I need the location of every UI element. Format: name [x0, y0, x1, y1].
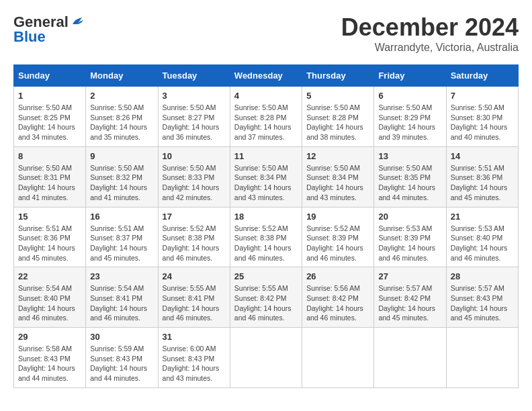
- logo-bird-icon: [70, 15, 85, 30]
- table-row: [446, 328, 518, 388]
- table-row: 7Sunrise: 5:50 AM Sunset: 8:30 PM Daylig…: [446, 87, 518, 147]
- header-saturday: Saturday: [446, 65, 518, 87]
- day-number: 5: [306, 91, 369, 101]
- day-info: Sunrise: 5:54 AM Sunset: 8:40 PM Dayligh…: [18, 283, 81, 323]
- table-row: [302, 328, 374, 388]
- table-row: 22Sunrise: 5:54 AM Sunset: 8:40 PM Dayli…: [14, 267, 86, 328]
- location: Warrandyte, Victoria, Australia: [341, 42, 519, 54]
- day-info: Sunrise: 5:55 AM Sunset: 8:42 PM Dayligh…: [234, 283, 298, 323]
- day-number: 28: [451, 271, 514, 281]
- day-info: Sunrise: 5:50 AM Sunset: 8:28 PM Dayligh…: [306, 103, 369, 142]
- day-number: 8: [18, 151, 81, 161]
- table-row: 1Sunrise: 5:50 AM Sunset: 8:25 PM Daylig…: [14, 87, 86, 147]
- table-row: 16Sunrise: 5:51 AM Sunset: 8:37 PM Dayli…: [86, 207, 158, 267]
- month-title: December 2024: [341, 13, 519, 42]
- header-tuesday: Tuesday: [158, 65, 230, 87]
- day-info: Sunrise: 5:57 AM Sunset: 8:42 PM Dayligh…: [378, 283, 441, 323]
- table-row: 17Sunrise: 5:52 AM Sunset: 8:38 PM Dayli…: [158, 207, 230, 267]
- header-sunday: Sunday: [14, 65, 86, 87]
- calendar-week-row: 15Sunrise: 5:51 AM Sunset: 8:36 PM Dayli…: [14, 207, 519, 267]
- table-row: 24Sunrise: 5:55 AM Sunset: 8:41 PM Dayli…: [158, 267, 230, 328]
- day-number: 18: [234, 212, 298, 222]
- day-number: 24: [163, 271, 226, 281]
- day-info: Sunrise: 5:51 AM Sunset: 8:36 PM Dayligh…: [451, 163, 514, 203]
- header-friday: Friday: [374, 65, 446, 87]
- day-info: Sunrise: 5:51 AM Sunset: 8:36 PM Dayligh…: [18, 224, 81, 263]
- table-row: 13Sunrise: 5:50 AM Sunset: 8:35 PM Dayli…: [374, 146, 446, 207]
- table-row: 12Sunrise: 5:50 AM Sunset: 8:34 PM Dayli…: [302, 146, 374, 207]
- table-row: [374, 328, 446, 388]
- day-info: Sunrise: 5:50 AM Sunset: 8:31 PM Dayligh…: [18, 163, 81, 203]
- table-row: 28Sunrise: 5:57 AM Sunset: 8:43 PM Dayli…: [446, 267, 518, 328]
- day-number: 1: [18, 91, 81, 101]
- day-info: Sunrise: 5:54 AM Sunset: 8:41 PM Dayligh…: [90, 283, 153, 323]
- table-row: 14Sunrise: 5:51 AM Sunset: 8:36 PM Dayli…: [446, 146, 518, 207]
- table-row: 19Sunrise: 5:52 AM Sunset: 8:39 PM Dayli…: [302, 207, 374, 267]
- logo-blue: Blue: [13, 28, 46, 46]
- day-number: 26: [306, 271, 369, 281]
- header-thursday: Thursday: [302, 65, 374, 87]
- table-row: 9Sunrise: 5:50 AM Sunset: 8:32 PM Daylig…: [86, 146, 158, 207]
- day-number: 3: [163, 91, 226, 101]
- day-number: 6: [378, 91, 441, 101]
- day-info: Sunrise: 5:51 AM Sunset: 8:37 PM Dayligh…: [90, 224, 153, 263]
- table-row: 2Sunrise: 5:50 AM Sunset: 8:26 PM Daylig…: [86, 87, 158, 147]
- day-info: Sunrise: 5:56 AM Sunset: 8:42 PM Dayligh…: [306, 283, 369, 323]
- day-info: Sunrise: 5:50 AM Sunset: 8:33 PM Dayligh…: [163, 163, 226, 203]
- day-info: Sunrise: 5:59 AM Sunset: 8:43 PM Dayligh…: [90, 344, 153, 383]
- day-number: 29: [18, 332, 81, 342]
- page-header: General Blue December 2024 Warrandyte, V…: [13, 13, 519, 54]
- table-row: [230, 328, 302, 388]
- table-row: 3Sunrise: 5:50 AM Sunset: 8:27 PM Daylig…: [158, 87, 230, 147]
- day-info: Sunrise: 5:53 AM Sunset: 8:40 PM Dayligh…: [451, 224, 514, 263]
- day-info: Sunrise: 5:50 AM Sunset: 8:26 PM Dayligh…: [90, 103, 153, 142]
- day-number: 19: [306, 212, 369, 222]
- calendar-week-row: 22Sunrise: 5:54 AM Sunset: 8:40 PM Dayli…: [14, 267, 519, 328]
- day-number: 25: [234, 271, 298, 281]
- day-info: Sunrise: 5:50 AM Sunset: 8:32 PM Dayligh…: [90, 163, 153, 203]
- day-info: Sunrise: 5:50 AM Sunset: 8:34 PM Dayligh…: [306, 163, 369, 203]
- table-row: 25Sunrise: 5:55 AM Sunset: 8:42 PM Dayli…: [230, 267, 302, 328]
- day-info: Sunrise: 5:52 AM Sunset: 8:38 PM Dayligh…: [234, 224, 298, 263]
- day-info: Sunrise: 5:53 AM Sunset: 8:39 PM Dayligh…: [378, 224, 441, 263]
- day-number: 27: [378, 271, 441, 281]
- day-info: Sunrise: 5:58 AM Sunset: 8:43 PM Dayligh…: [18, 344, 81, 383]
- table-row: 18Sunrise: 5:52 AM Sunset: 8:38 PM Dayli…: [230, 207, 302, 267]
- table-row: 8Sunrise: 5:50 AM Sunset: 8:31 PM Daylig…: [14, 146, 86, 207]
- table-row: 23Sunrise: 5:54 AM Sunset: 8:41 PM Dayli…: [86, 267, 158, 328]
- table-row: 27Sunrise: 5:57 AM Sunset: 8:42 PM Dayli…: [374, 267, 446, 328]
- day-info: Sunrise: 5:52 AM Sunset: 8:38 PM Dayligh…: [163, 224, 226, 263]
- table-row: 6Sunrise: 5:50 AM Sunset: 8:29 PM Daylig…: [374, 87, 446, 147]
- table-row: 5Sunrise: 5:50 AM Sunset: 8:28 PM Daylig…: [302, 87, 374, 147]
- header-wednesday: Wednesday: [230, 65, 302, 87]
- day-number: 13: [378, 151, 441, 161]
- day-number: 11: [234, 151, 298, 161]
- calendar-week-row: 29Sunrise: 5:58 AM Sunset: 8:43 PM Dayli…: [14, 328, 519, 388]
- day-number: 20: [378, 212, 441, 222]
- day-number: 17: [163, 212, 226, 222]
- day-number: 21: [451, 212, 514, 222]
- day-number: 23: [90, 271, 153, 281]
- table-row: 31Sunrise: 6:00 AM Sunset: 8:43 PM Dayli…: [158, 328, 230, 388]
- day-info: Sunrise: 5:50 AM Sunset: 8:29 PM Dayligh…: [378, 103, 441, 142]
- logo: General Blue: [13, 13, 85, 46]
- day-number: 14: [451, 151, 514, 161]
- day-info: Sunrise: 5:50 AM Sunset: 8:27 PM Dayligh…: [163, 103, 226, 142]
- day-number: 4: [234, 91, 298, 101]
- table-row: 10Sunrise: 5:50 AM Sunset: 8:33 PM Dayli…: [158, 146, 230, 207]
- day-number: 12: [306, 151, 369, 161]
- day-number: 15: [18, 212, 81, 222]
- day-info: Sunrise: 5:50 AM Sunset: 8:28 PM Dayligh…: [234, 103, 298, 142]
- day-info: Sunrise: 5:50 AM Sunset: 8:34 PM Dayligh…: [234, 163, 298, 203]
- table-row: 15Sunrise: 5:51 AM Sunset: 8:36 PM Dayli…: [14, 207, 86, 267]
- calendar-table: Sunday Monday Tuesday Wednesday Thursday…: [13, 64, 519, 388]
- day-number: 10: [163, 151, 226, 161]
- table-row: 20Sunrise: 5:53 AM Sunset: 8:39 PM Dayli…: [374, 207, 446, 267]
- table-row: 11Sunrise: 5:50 AM Sunset: 8:34 PM Dayli…: [230, 146, 302, 207]
- day-info: Sunrise: 5:52 AM Sunset: 8:39 PM Dayligh…: [306, 224, 369, 263]
- day-number: 31: [163, 332, 226, 342]
- table-row: 4Sunrise: 5:50 AM Sunset: 8:28 PM Daylig…: [230, 87, 302, 147]
- table-row: 29Sunrise: 5:58 AM Sunset: 8:43 PM Dayli…: [14, 328, 86, 388]
- day-number: 9: [90, 151, 153, 161]
- day-info: Sunrise: 6:00 AM Sunset: 8:43 PM Dayligh…: [163, 344, 226, 383]
